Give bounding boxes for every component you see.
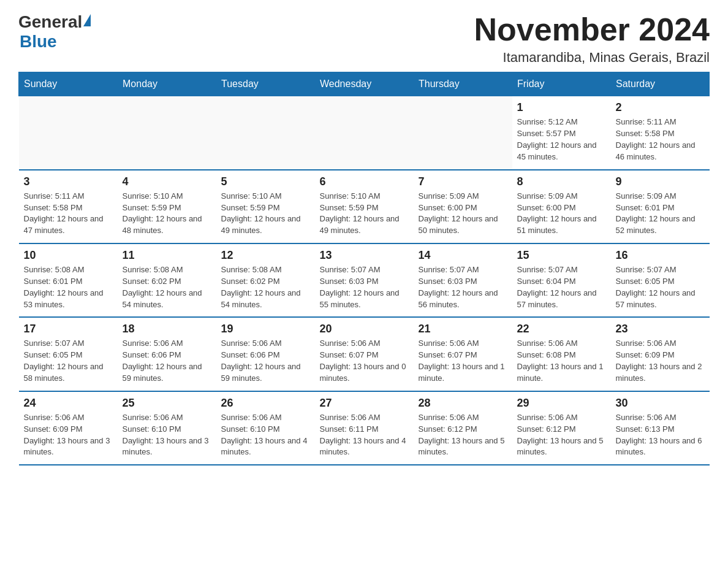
- title-section: November 2024 Itamarandiba, Minas Gerais…: [474, 12, 710, 66]
- day-number: 17: [24, 323, 113, 335]
- day-info: Sunrise: 5:09 AM Sunset: 6:00 PM Dayligh…: [517, 191, 606, 237]
- day-number: 19: [221, 323, 310, 335]
- day-info: Sunrise: 5:08 AM Sunset: 6:02 PM Dayligh…: [123, 264, 211, 310]
- day-info: Sunrise: 5:08 AM Sunset: 6:01 PM Dayligh…: [24, 264, 113, 310]
- day-number: 29: [517, 397, 606, 410]
- day-number: 4: [123, 175, 211, 188]
- day-info: Sunrise: 5:06 AM Sunset: 6:07 PM Dayligh…: [320, 338, 409, 384]
- calendar-week-4: 17Sunrise: 5:07 AM Sunset: 6:05 PM Dayli…: [19, 317, 710, 391]
- day-info: Sunrise: 5:06 AM Sunset: 6:11 PM Dayligh…: [320, 412, 409, 458]
- calendar-week-2: 3Sunrise: 5:11 AM Sunset: 5:58 PM Daylig…: [19, 170, 710, 243]
- calendar-cell: 12Sunrise: 5:08 AM Sunset: 6:02 PM Dayli…: [216, 243, 315, 317]
- day-info: Sunrise: 5:10 AM Sunset: 5:59 PM Dayligh…: [221, 191, 310, 237]
- calendar-week-5: 24Sunrise: 5:06 AM Sunset: 6:09 PM Dayli…: [19, 391, 710, 465]
- day-info: Sunrise: 5:06 AM Sunset: 6:09 PM Dayligh…: [24, 412, 113, 458]
- day-number: 18: [123, 323, 211, 335]
- day-number: 25: [123, 397, 211, 410]
- calendar-week-1: 1Sunrise: 5:12 AM Sunset: 5:57 PM Daylig…: [19, 96, 710, 170]
- calendar-cell: [414, 96, 512, 170]
- weekday-header-wednesday: Wednesday: [315, 72, 414, 96]
- day-info: Sunrise: 5:06 AM Sunset: 6:06 PM Dayligh…: [221, 338, 310, 384]
- day-number: 27: [320, 397, 409, 410]
- day-number: 30: [616, 397, 705, 410]
- day-info: Sunrise: 5:06 AM Sunset: 6:12 PM Dayligh…: [419, 412, 507, 458]
- day-number: 1: [517, 101, 606, 114]
- weekday-header-saturday: Saturday: [611, 72, 710, 96]
- calendar-cell: 27Sunrise: 5:06 AM Sunset: 6:11 PM Dayli…: [315, 391, 414, 465]
- weekday-header-sunday: Sunday: [19, 72, 118, 96]
- calendar-cell: 30Sunrise: 5:06 AM Sunset: 6:13 PM Dayli…: [611, 391, 710, 465]
- calendar-cell: 1Sunrise: 5:12 AM Sunset: 5:57 PM Daylig…: [512, 96, 611, 170]
- month-title: November 2024: [474, 12, 710, 47]
- calendar-cell: [216, 96, 315, 170]
- calendar-cell: 20Sunrise: 5:06 AM Sunset: 6:07 PM Dayli…: [315, 317, 414, 391]
- day-info: Sunrise: 5:06 AM Sunset: 6:13 PM Dayligh…: [616, 412, 705, 458]
- day-info: Sunrise: 5:06 AM Sunset: 6:09 PM Dayligh…: [616, 338, 705, 384]
- day-number: 20: [320, 323, 409, 335]
- weekday-header-monday: Monday: [118, 72, 216, 96]
- day-number: 21: [419, 323, 507, 335]
- day-info: Sunrise: 5:06 AM Sunset: 6:10 PM Dayligh…: [221, 412, 310, 458]
- day-info: Sunrise: 5:09 AM Sunset: 6:01 PM Dayligh…: [616, 191, 705, 237]
- logo: General Blue: [18, 12, 91, 52]
- day-info: Sunrise: 5:08 AM Sunset: 6:02 PM Dayligh…: [221, 264, 310, 310]
- day-number: 10: [24, 249, 113, 262]
- location-title: Itamarandiba, Minas Gerais, Brazil: [474, 50, 710, 66]
- day-number: 7: [419, 175, 507, 188]
- calendar-cell: 15Sunrise: 5:07 AM Sunset: 6:04 PM Dayli…: [512, 243, 611, 317]
- day-number: 9: [616, 175, 705, 188]
- day-number: 22: [517, 323, 606, 335]
- calendar-table: SundayMondayTuesdayWednesdayThursdayFrid…: [18, 72, 710, 465]
- calendar-cell: 29Sunrise: 5:06 AM Sunset: 6:12 PM Dayli…: [512, 391, 611, 465]
- day-info: Sunrise: 5:06 AM Sunset: 6:07 PM Dayligh…: [419, 338, 507, 384]
- calendar-cell: 8Sunrise: 5:09 AM Sunset: 6:00 PM Daylig…: [512, 170, 611, 243]
- calendar-cell: [19, 96, 118, 170]
- day-info: Sunrise: 5:09 AM Sunset: 6:00 PM Dayligh…: [419, 191, 507, 237]
- calendar-cell: 17Sunrise: 5:07 AM Sunset: 6:05 PM Dayli…: [19, 317, 118, 391]
- calendar-cell: [118, 96, 216, 170]
- day-info: Sunrise: 5:12 AM Sunset: 5:57 PM Dayligh…: [517, 117, 606, 163]
- logo-general-text: General: [18, 12, 82, 32]
- calendar-cell: 24Sunrise: 5:06 AM Sunset: 6:09 PM Dayli…: [19, 391, 118, 465]
- day-number: 24: [24, 397, 113, 410]
- calendar-cell: 14Sunrise: 5:07 AM Sunset: 6:03 PM Dayli…: [414, 243, 512, 317]
- day-number: 11: [123, 249, 211, 262]
- calendar-cell: 19Sunrise: 5:06 AM Sunset: 6:06 PM Dayli…: [216, 317, 315, 391]
- day-info: Sunrise: 5:07 AM Sunset: 6:03 PM Dayligh…: [419, 264, 507, 310]
- calendar-header-row: SundayMondayTuesdayWednesdayThursdayFrid…: [19, 72, 710, 96]
- calendar-cell: 23Sunrise: 5:06 AM Sunset: 6:09 PM Dayli…: [611, 317, 710, 391]
- day-info: Sunrise: 5:11 AM Sunset: 5:58 PM Dayligh…: [24, 191, 113, 237]
- calendar-cell: 16Sunrise: 5:07 AM Sunset: 6:05 PM Dayli…: [611, 243, 710, 317]
- calendar-cell: 5Sunrise: 5:10 AM Sunset: 5:59 PM Daylig…: [216, 170, 315, 243]
- day-info: Sunrise: 5:07 AM Sunset: 6:04 PM Dayligh…: [517, 264, 606, 310]
- calendar-cell: 7Sunrise: 5:09 AM Sunset: 6:00 PM Daylig…: [414, 170, 512, 243]
- logo-triangle-icon: [83, 14, 91, 26]
- calendar-cell: 22Sunrise: 5:06 AM Sunset: 6:08 PM Dayli…: [512, 317, 611, 391]
- calendar-cell: 26Sunrise: 5:06 AM Sunset: 6:10 PM Dayli…: [216, 391, 315, 465]
- calendar-cell: 13Sunrise: 5:07 AM Sunset: 6:03 PM Dayli…: [315, 243, 414, 317]
- calendar-cell: 2Sunrise: 5:11 AM Sunset: 5:58 PM Daylig…: [611, 96, 710, 170]
- calendar-week-3: 10Sunrise: 5:08 AM Sunset: 6:01 PM Dayli…: [19, 243, 710, 317]
- calendar-cell: 4Sunrise: 5:10 AM Sunset: 5:59 PM Daylig…: [118, 170, 216, 243]
- calendar-cell: 6Sunrise: 5:10 AM Sunset: 5:59 PM Daylig…: [315, 170, 414, 243]
- calendar-cell: [315, 96, 414, 170]
- day-number: 16: [616, 249, 705, 262]
- calendar-cell: 25Sunrise: 5:06 AM Sunset: 6:10 PM Dayli…: [118, 391, 216, 465]
- calendar-cell: 18Sunrise: 5:06 AM Sunset: 6:06 PM Dayli…: [118, 317, 216, 391]
- calendar-cell: 11Sunrise: 5:08 AM Sunset: 6:02 PM Dayli…: [118, 243, 216, 317]
- day-number: 5: [221, 175, 310, 188]
- calendar-cell: 28Sunrise: 5:06 AM Sunset: 6:12 PM Dayli…: [414, 391, 512, 465]
- calendar-cell: 9Sunrise: 5:09 AM Sunset: 6:01 PM Daylig…: [611, 170, 710, 243]
- weekday-header-thursday: Thursday: [414, 72, 512, 96]
- page-header: General Blue November 2024 Itamarandiba,…: [18, 12, 710, 66]
- day-info: Sunrise: 5:11 AM Sunset: 5:58 PM Dayligh…: [616, 117, 705, 163]
- day-number: 6: [320, 175, 409, 188]
- day-info: Sunrise: 5:07 AM Sunset: 6:03 PM Dayligh…: [320, 264, 409, 310]
- calendar-cell: 10Sunrise: 5:08 AM Sunset: 6:01 PM Dayli…: [19, 243, 118, 317]
- day-number: 3: [24, 175, 113, 188]
- day-number: 23: [616, 323, 705, 335]
- day-number: 2: [616, 101, 705, 114]
- day-number: 14: [419, 249, 507, 262]
- day-number: 15: [517, 249, 606, 262]
- calendar-cell: 21Sunrise: 5:06 AM Sunset: 6:07 PM Dayli…: [414, 317, 512, 391]
